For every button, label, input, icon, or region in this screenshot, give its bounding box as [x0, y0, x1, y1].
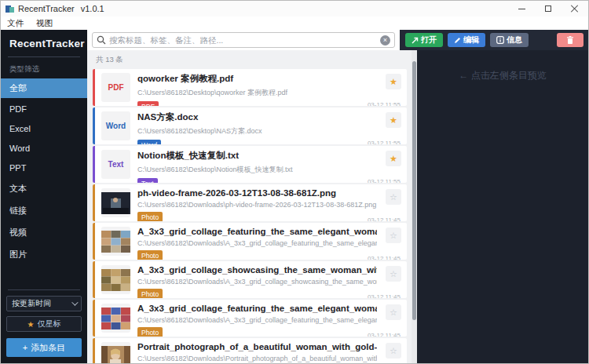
item-timestamp: 03-12 11:55 [368, 101, 401, 106]
type-color-bar [93, 184, 95, 221]
star-button[interactable] [386, 189, 401, 205]
sort-dropdown[interactable]: 按更新时间 [6, 296, 82, 311]
item-title: A_3x3_grid_collage_showcasing_the_same_w… [137, 265, 377, 275]
chevron-down-icon [71, 299, 78, 305]
thumbnail-image [101, 265, 130, 294]
thumbnail-image [101, 227, 130, 256]
maximize-icon [545, 5, 551, 12]
type-badge: Text [137, 178, 158, 183]
item-path: C:\Users\86182\Downloads\A_3x3_grid_coll… [137, 316, 377, 324]
file-type-icon: Word [101, 111, 130, 140]
item-timestamp: 03-12 11:55 [368, 178, 401, 183]
type-badge: PDF [137, 101, 159, 106]
sidebar-app-title: RecentTracker [1, 30, 87, 56]
maximize-button[interactable] [535, 1, 562, 16]
filter-ppt[interactable]: PPT [1, 159, 87, 177]
type-badge: Photo [137, 289, 163, 298]
star-icon: ★ [27, 320, 35, 329]
add-entry-button[interactable]: + 添加条目 [6, 338, 82, 357]
list-item[interactable]: Text Notion模板_快速复制.txt C:\Users\86182\De… [93, 146, 407, 183]
thumbnail-image [101, 188, 130, 217]
close-button[interactable] [562, 1, 588, 16]
type-color-bar [93, 261, 95, 298]
list-item[interactable]: ph-video-frame-2026-03-12T13-08-38-681Z.… [93, 184, 407, 221]
search-icon [97, 35, 106, 45]
clear-search-icon[interactable]: × [380, 35, 390, 46]
open-button[interactable]: 打开 [405, 33, 443, 47]
item-timestamp: 03-12 11:45 [368, 217, 401, 221]
list-item[interactable]: A_3x3_grid_collage_showcasing_the_same_w… [93, 261, 407, 298]
star-button[interactable] [386, 228, 401, 243]
star-button[interactable] [386, 343, 401, 359]
info-icon [496, 36, 504, 44]
pencil-icon [454, 37, 461, 44]
list-item[interactable]: Portrait_photograph_of_a_beautiful_woman… [93, 338, 407, 363]
delete-button[interactable] [557, 33, 584, 47]
app-icon [5, 5, 14, 13]
thumbnail-image [101, 342, 130, 363]
star-icon [390, 347, 397, 355]
filter-image[interactable]: 图片 [1, 245, 87, 264]
type-color-bar [93, 223, 95, 260]
preview-empty-hint: ← 点击左侧条目预览 [459, 69, 546, 363]
type-badge: Word [137, 140, 161, 144]
item-path: C:\Users\86182\Desktop\qoworker 案例教程.pdf [137, 88, 377, 98]
item-title: Notion模板_快速复制.txt [137, 150, 377, 162]
item-title: NAS方案.docx [137, 111, 377, 123]
star-icon [390, 308, 397, 317]
starred-only-button[interactable]: ★ 仅星标 [6, 316, 82, 332]
star-icon [390, 155, 397, 163]
star-button[interactable] [386, 304, 401, 320]
filter-section-label: 类型筛选 [1, 57, 87, 78]
filter-text[interactable]: 文本 [1, 179, 87, 198]
item-path: C:\Users\86182\Downloads\ph-video-frame-… [137, 201, 377, 209]
list-item[interactable]: PDF qoworker 案例教程.pdf C:\Users\86182\Des… [93, 69, 407, 106]
filter-video[interactable]: 视频 [1, 223, 87, 242]
edit-button[interactable]: 编辑 [448, 33, 485, 47]
star-icon [390, 193, 397, 202]
star-icon [390, 270, 397, 278]
filter-all[interactable]: 全部 [1, 78, 87, 98]
type-color-bar [93, 107, 95, 144]
minimize-button[interactable] [508, 1, 535, 16]
item-title: qoworker 案例教程.pdf [137, 73, 377, 85]
scrollbar-thumb[interactable] [412, 61, 416, 320]
type-color-bar [93, 300, 95, 337]
star-icon [390, 231, 397, 240]
filter-link[interactable]: 链接 [1, 201, 87, 220]
filter-word[interactable]: Word [1, 140, 87, 157]
filter-excel[interactable]: Excel [1, 120, 87, 137]
search-input[interactable] [109, 35, 377, 45]
app-window: RecentTrackerv1.0.1 文件 视图 RecentTracker … [0, 0, 589, 364]
list-item[interactable]: A_3x3_grid_collage_featuring_the_same_el… [93, 300, 407, 337]
menu-file[interactable]: 文件 [7, 18, 24, 29]
star-button[interactable] [386, 151, 401, 166]
type-badge: Photo [137, 212, 163, 221]
title-bar: RecentTrackerv1.0.1 [1, 1, 588, 16]
trash-icon [566, 36, 574, 45]
star-button[interactable] [386, 112, 401, 128]
filter-pdf[interactable]: PDF [1, 100, 87, 118]
menu-view[interactable]: 视图 [36, 18, 53, 29]
menu-bar: 文件 视图 [1, 16, 588, 30]
sidebar-bottom-divider [8, 289, 80, 290]
open-arrow-icon [412, 37, 419, 44]
star-button[interactable] [386, 74, 401, 89]
file-type-icon: PDF [101, 73, 130, 102]
item-title: Portrait_photograph_of_a_beautiful_woman… [137, 342, 377, 351]
list-item[interactable]: Word NAS方案.docx C:\Users\86182\Desktop\N… [93, 107, 407, 144]
results-list: 共 13 条 PDF qoworker 案例教程.pdf C:\Users\86… [87, 50, 412, 363]
type-color-bar [93, 69, 95, 106]
sidebar: RecentTracker 类型筛选 全部 PDF Excel Word PPT… [1, 30, 87, 363]
list-scrollbar[interactable] [412, 50, 417, 363]
top-bar: × 打开 编辑 [87, 30, 588, 50]
info-button[interactable]: 信息 [490, 33, 529, 47]
star-icon [390, 78, 397, 86]
star-button[interactable] [386, 266, 401, 282]
type-badge: Photo [137, 250, 163, 260]
window-title: RecentTrackerv1.0.1 [18, 4, 104, 13]
list-item[interactable]: A_3x3_grid_collage_featuring_the_same_el… [93, 223, 407, 260]
item-path: C:\Users\86182\Desktop\Notion模板_快速复制.txt [137, 165, 377, 175]
item-path: C:\Users\86182\Desktop\NAS方案.docx [137, 126, 377, 136]
item-title: A_3x3_grid_collage_featuring_the_same_el… [137, 304, 377, 313]
